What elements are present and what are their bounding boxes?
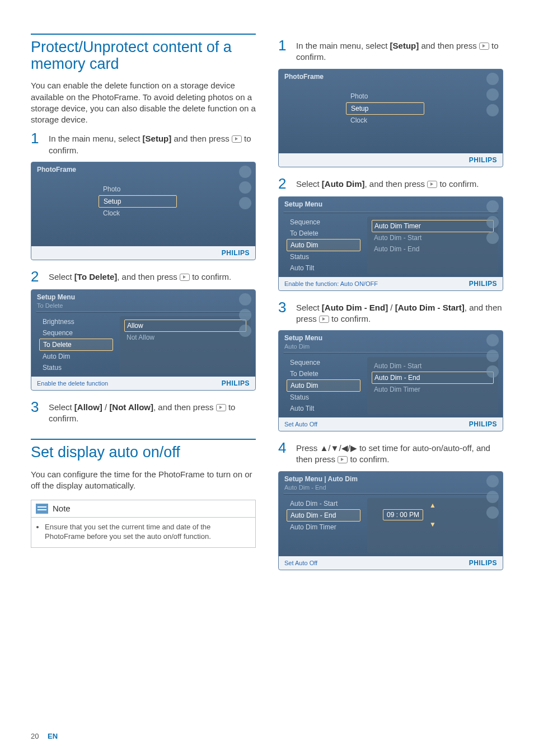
philips-logo: PHILIPS — [222, 249, 250, 257]
step-text: and then press — [419, 41, 479, 50]
option-item: Auto Dim - End — [372, 243, 494, 255]
step-number: 2 — [31, 269, 41, 284]
device-side-button — [486, 506, 499, 519]
step-text: to confirm. — [348, 454, 389, 464]
left-column: Protect/Unprotect content of a memory ca… — [31, 34, 256, 579]
step-number: 4 — [278, 440, 288, 466]
step-3-right: 3 Select [Auto Dim - End] / [Auto Dim - … — [278, 300, 503, 325]
device-side-button — [486, 104, 499, 116]
step-text: to confirm. — [329, 314, 371, 323]
device-title: PhotoFrame — [279, 69, 503, 81]
up-arrow-icon: ▲ — [372, 501, 494, 509]
device-side-button — [239, 166, 251, 178]
step-1-right: 1 In the main menu, select [Setup] and t… — [278, 38, 503, 63]
setup-item: Status — [287, 392, 360, 403]
setup-item: Auto Dim Timer — [287, 522, 360, 533]
option-item-selected: Auto Dim - End — [372, 372, 494, 384]
device-hint: Enable the delete function — [37, 380, 108, 387]
bold-todelete: [To Delete] — [74, 272, 117, 281]
setup-item: To Delete — [287, 228, 360, 239]
device-title: Setup Menu | Auto Dim — [279, 472, 503, 483]
philips-logo: PHILIPS — [469, 420, 497, 428]
device-side-button — [486, 491, 499, 503]
play-confirm-icon — [232, 135, 242, 143]
step-text: , and then press — [117, 272, 180, 281]
section-heading-autoonoff: Set display auto on/off — [31, 439, 256, 461]
bold-setup: [Setup] — [143, 134, 172, 143]
bold-autodim-start: [Auto Dim - Start] — [395, 303, 465, 312]
step-text: Press — [296, 443, 320, 453]
step-3-left: 3 Select [Allow] / [Not Allow], and then… — [31, 400, 256, 425]
philips-logo: PHILIPS — [469, 559, 497, 567]
note-title: Note — [53, 504, 71, 513]
device-title: Setup Menu — [31, 290, 255, 301]
philips-logo: PHILIPS — [469, 156, 497, 164]
setup-item: Auto Dim — [39, 351, 113, 362]
step-text: Select — [296, 179, 322, 189]
device-side-button — [239, 181, 251, 194]
menu-item-clock: Clock — [346, 115, 424, 126]
menu-item-setup: Setup — [346, 102, 424, 115]
device-hint: Set Auto Off — [284, 560, 317, 566]
device-screenshot-mainmenu: PhotoFrame Photo Setup Clock PHILIPS — [278, 69, 503, 167]
setup-item: To Delete — [287, 368, 360, 379]
philips-logo: PHILIPS — [222, 379, 250, 387]
setup-item: Auto Dim - Start — [287, 498, 360, 509]
play-confirm-icon — [319, 316, 329, 323]
step-text: , and then press — [365, 179, 428, 189]
play-confirm-icon — [180, 274, 190, 281]
philips-logo: PHILIPS — [469, 280, 497, 288]
step-2-left: 2 Select [To Delete], and then press to … — [31, 269, 256, 284]
step-number: 1 — [278, 38, 288, 63]
step-number: 3 — [31, 400, 41, 425]
step-text: Select — [49, 272, 74, 281]
device-side-button — [486, 216, 499, 228]
step-text: / — [102, 402, 110, 412]
device-side-button — [239, 325, 251, 337]
setup-item-selected: Auto Dim — [287, 379, 360, 392]
step-text: Select — [296, 303, 322, 312]
device-side-button — [486, 350, 499, 362]
device-sub: Auto Dim — [279, 342, 503, 352]
device-screenshot-autodim: Setup Menu Sequence To Delete Auto Dim S… — [278, 196, 503, 291]
device-sub: Auto Dim - End — [279, 483, 503, 493]
device-screenshot-autodim-sub: Setup Menu Auto Dim Sequence To Delete A… — [278, 330, 503, 431]
option-allow: Allow — [124, 320, 246, 332]
device-side-button — [486, 365, 499, 378]
bold-autodim: [Auto Dim] — [322, 179, 365, 189]
setup-item-selected: Auto Dim - End — [287, 509, 360, 522]
play-confirm-icon — [427, 181, 437, 188]
device-screenshot-time: Setup Menu | Auto Dim Auto Dim - End Aut… — [278, 471, 503, 570]
step-text: / — [388, 303, 395, 312]
note-body: Ensure that you set the current time and… — [45, 522, 250, 542]
step-text: Select — [49, 402, 74, 412]
play-confirm-icon — [479, 43, 489, 50]
step-text: In the main menu, select — [49, 134, 143, 143]
setup-item: Status — [287, 251, 360, 262]
step-text: to confirm. — [437, 179, 479, 189]
device-side-button — [486, 73, 499, 85]
menu-item-photo: Photo — [99, 184, 177, 195]
play-confirm-icon — [216, 404, 226, 411]
device-side-button — [486, 475, 499, 487]
device-side-button — [239, 293, 251, 306]
step-text: and then press — [171, 134, 232, 143]
setup-item-selected: Auto Dim — [287, 239, 360, 251]
down-arrow-icon: ▼ — [372, 520, 494, 528]
step-2-right: 2 Select [Auto Dim], and then press to c… — [278, 176, 503, 191]
step-1-left: 1 In the main menu, select [Setup] and t… — [31, 131, 256, 156]
device-title: Setup Menu — [279, 331, 503, 342]
step-text: In the main menu, select — [296, 41, 390, 50]
device-hint: Set Auto Off — [284, 421, 317, 428]
device-side-button — [486, 88, 499, 101]
setup-item: Auto Tilt — [287, 262, 360, 274]
device-title: Setup Menu — [279, 197, 503, 208]
step-text: , and then press — [153, 402, 216, 412]
setup-item: Status — [39, 362, 113, 373]
step-number: 2 — [278, 176, 288, 191]
setup-item: Auto Tilt — [287, 403, 360, 414]
page-lang: EN — [48, 732, 58, 740]
device-sub: To Delete — [31, 301, 255, 311]
intro-text: You can configure the time for the Photo… — [31, 469, 256, 492]
setup-item: Sequence — [287, 217, 360, 228]
